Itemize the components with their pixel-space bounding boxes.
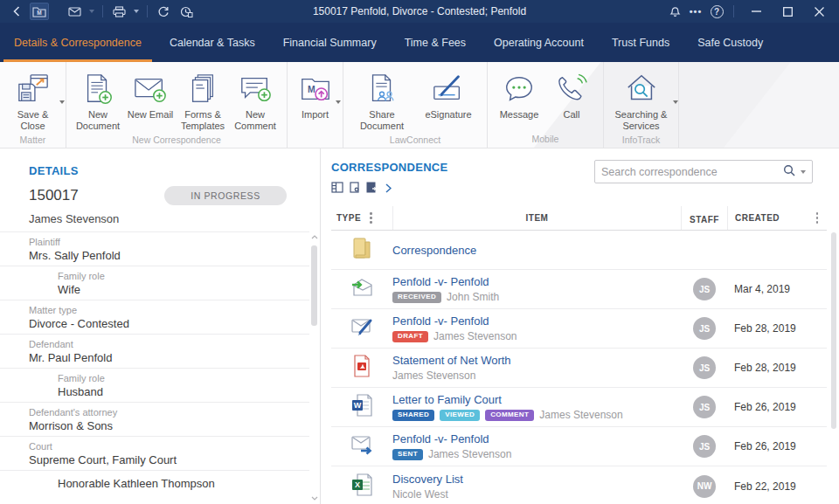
tab-details-correspondence[interactable]: Details & Correspondence	[0, 23, 156, 62]
history-icon[interactable]	[177, 3, 196, 20]
comment-badge: COMMENT	[485, 410, 534, 421]
grid-view-icon[interactable]	[331, 181, 343, 197]
scroll-down-icon[interactable]	[310, 494, 318, 502]
divider	[147, 5, 148, 17]
created-date: Feb 28, 2019	[727, 349, 808, 387]
table-row[interactable]: Penfold -v- Penfold DRAFT James Stevenso…	[331, 309, 827, 349]
save-close-button[interactable]: Save & Close	[7, 67, 59, 132]
avatar[interactable]: JS	[693, 317, 716, 340]
searching-services-button[interactable]: Searching & Services	[608, 67, 675, 132]
status-badge[interactable]: IN PROGRESS	[164, 186, 287, 205]
avatar[interactable]: JS	[693, 435, 716, 458]
matter-folder-icon[interactable]: M	[30, 3, 49, 20]
field-matter-type[interactable]: Matter type Divorce - Contested	[0, 300, 309, 334]
tab-safe-custody[interactable]: Safe Custody	[683, 23, 777, 62]
ribbon-group-mobile: Message Call Mobile	[488, 62, 604, 148]
svg-text:W: W	[354, 401, 362, 410]
table-row[interactable]: Penfold -v- Penfold RECEIVED John Smith …	[331, 270, 827, 309]
new-document-button[interactable]: New Document	[72, 67, 124, 132]
search-icon[interactable]	[783, 164, 795, 180]
scroll-thumb[interactable]	[831, 232, 836, 429]
correspondence-search[interactable]	[594, 160, 813, 183]
table-row[interactable]: Penfold -v- Penfold SENT James Stevenson…	[331, 427, 827, 466]
column-type[interactable]: TYPE	[336, 213, 361, 223]
table-row[interactable]: W Letter to Family Court SHARED VIEWED C…	[331, 388, 827, 427]
column-created[interactable]: CREATED	[735, 213, 780, 223]
field-court[interactable]: Court Supreme Court, Family Court	[0, 436, 309, 470]
type-column-menu-icon[interactable]	[368, 211, 374, 225]
close-button[interactable]	[804, 0, 834, 23]
scroll-up-icon[interactable]	[310, 233, 318, 241]
new-item-icon[interactable]	[350, 181, 360, 197]
email-dropdown-caret[interactable]	[89, 10, 94, 13]
tab-operating-account[interactable]: Operating Account	[480, 23, 598, 62]
avatar[interactable]: JS	[693, 356, 716, 379]
table-row[interactable]: X Discovery List Nicole West NW Feb 22, …	[331, 466, 827, 504]
new-comment-button[interactable]: New Comment	[229, 67, 281, 132]
item-title[interactable]: Letter to Family Court	[392, 393, 502, 406]
print-icon[interactable]	[109, 3, 128, 20]
message-button[interactable]: Message	[493, 67, 545, 131]
column-staff[interactable]: STAFF	[690, 215, 719, 224]
item-title[interactable]: Correspondence	[392, 244, 476, 257]
tab-calendar-tasks[interactable]: Calendar & Tasks	[156, 23, 269, 62]
item-title[interactable]: Penfold -v- Penfold	[392, 275, 489, 288]
back-button[interactable]	[7, 3, 26, 20]
new-email-button[interactable]: New Email	[124, 67, 177, 132]
more-options-icon[interactable]: •••	[686, 3, 705, 20]
refresh-icon[interactable]	[154, 3, 173, 20]
help-icon[interactable]: ?	[707, 3, 726, 20]
expand-chevron-icon[interactable]	[385, 181, 392, 197]
correspondence-scrollbar[interactable]	[831, 232, 837, 501]
field-family-role[interactable]: Family role Husband	[0, 368, 309, 402]
tab-trust-funds[interactable]: Trust Funds	[598, 23, 683, 62]
details-scrollbar[interactable]	[310, 233, 318, 502]
print-dropdown-caret[interactable]	[134, 10, 139, 13]
table-row[interactable]: Statement of Net Worth James Stevenson J…	[331, 349, 827, 388]
created-date: Mar 4, 2019	[727, 270, 808, 308]
table-row[interactable]: Correspondence	[331, 231, 827, 270]
created-date: Feb 26, 2019	[727, 427, 808, 466]
field-judge[interactable]: Honorable Kathleen Thompson	[0, 470, 309, 504]
created-column-menu-icon[interactable]	[815, 211, 821, 225]
export-document-icon[interactable]	[366, 181, 378, 197]
ribbon-group-import: M Import	[288, 62, 343, 148]
scroll-thumb[interactable]	[311, 245, 317, 326]
forms-templates-button[interactable]: Forms & Templates	[177, 67, 229, 132]
esignature-button[interactable]: eSignature	[415, 67, 482, 132]
divider	[102, 5, 103, 17]
share-document-button[interactable]: Share Document	[349, 67, 415, 132]
field-defendant[interactable]: Defendant Mr. Paul Penfold	[0, 334, 309, 368]
new-comment-label: New Comment	[229, 109, 281, 132]
save-close-caret[interactable]	[59, 100, 65, 104]
svg-text:X: X	[355, 480, 360, 489]
notifications-bell-icon[interactable]	[665, 3, 684, 20]
import-caret[interactable]	[336, 100, 341, 104]
import-button[interactable]: M Import	[295, 67, 336, 142]
item-title[interactable]: Statement of Net Worth	[392, 354, 511, 367]
item-title[interactable]: Penfold -v- Penfold	[392, 432, 489, 445]
maximize-button[interactable]	[773, 0, 802, 23]
save-close-label: Save & Close	[7, 109, 59, 132]
search-options-caret[interactable]	[801, 170, 806, 174]
searching-services-caret[interactable]	[673, 100, 678, 104]
avatar[interactable]: NW	[693, 475, 716, 498]
field-plaintiff[interactable]: Plaintiff Mrs. Sally Penfold	[0, 231, 309, 266]
field-defendants-attorney[interactable]: Defendant's attorney Morrison & Sons	[0, 402, 309, 436]
email-icon[interactable]	[65, 3, 84, 20]
search-input[interactable]	[601, 166, 783, 178]
item-title[interactable]: Discovery List	[392, 473, 463, 486]
avatar[interactable]: JS	[693, 278, 716, 300]
ribbon-group-infotrack: Searching & Services InfoTrack	[604, 62, 679, 148]
tab-financial-summary[interactable]: Financial Summary	[269, 23, 391, 62]
item-title[interactable]: Penfold -v- Penfold	[392, 314, 489, 328]
correspondence-panel: CORRESPONDENCE TYPE	[321, 148, 839, 504]
column-item[interactable]: ITEM	[526, 213, 549, 223]
call-button[interactable]: Call	[545, 67, 598, 131]
minimize-button[interactable]	[741, 0, 771, 23]
excel-file-icon: X	[351, 473, 372, 500]
field-family-role[interactable]: Family role Wife	[0, 266, 309, 300]
avatar[interactable]: JS	[693, 396, 716, 418]
ribbon-group-matter: Save & Close Matter	[0, 62, 66, 148]
tab-time-fees[interactable]: Time & Fees	[391, 23, 480, 62]
